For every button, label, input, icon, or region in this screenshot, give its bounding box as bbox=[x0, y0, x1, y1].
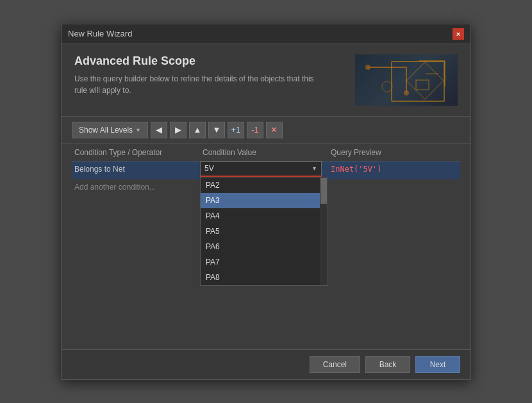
move-down-icon: ▼ bbox=[213, 125, 221, 135]
dropdown-item-pa6[interactable]: PA6 bbox=[201, 239, 328, 254]
show-levels-button[interactable]: Show All Levels ▼ bbox=[72, 122, 148, 138]
nav-prev-icon: ◀ bbox=[156, 125, 162, 135]
add-icon: +1 bbox=[231, 125, 241, 135]
toolbar: Show All Levels ▼ ◀ ▶ ▲ ▼ +1 -1 ✕ bbox=[62, 117, 470, 144]
close-button[interactable]: × bbox=[453, 28, 464, 40]
dialog: New Rule Wizard × Advanced Rule Scope Us… bbox=[61, 24, 471, 380]
svg-point-3 bbox=[404, 90, 409, 95]
col1-header: Condition Type / Operator bbox=[74, 148, 203, 157]
dropdown-item-pa7[interactable]: PA7 bbox=[201, 254, 328, 270]
svg-point-2 bbox=[365, 65, 370, 70]
header-title: Advanced Rule Scope bbox=[74, 54, 355, 68]
move-up-button[interactable]: ▲ bbox=[189, 122, 206, 138]
dropdown-item-pa2[interactable]: PA2 bbox=[201, 177, 328, 193]
col3-header: Query Preview bbox=[331, 148, 458, 157]
remove-condition-button[interactable]: -1 bbox=[247, 122, 263, 138]
nav-prev-button[interactable]: ◀ bbox=[151, 122, 167, 138]
header-text: Advanced Rule Scope Use the query builde… bbox=[74, 54, 355, 96]
add-condition-label: Add another condition... bbox=[72, 179, 200, 195]
clear-icon: ✕ bbox=[270, 125, 278, 135]
dialog-title: New Rule Wizard bbox=[68, 29, 132, 38]
dropdown-item-pa8[interactable]: PA8 bbox=[201, 270, 328, 285]
clear-button[interactable]: ✕ bbox=[266, 122, 283, 138]
pcb-decoration bbox=[355, 54, 458, 106]
condition-value-arrow-icon: ▼ bbox=[312, 165, 317, 172]
table-row: Belongs to Net 5V ▼ PA2 PA3 PA4 PA5 PA6 … bbox=[72, 161, 460, 179]
condition-value-container: 5V ▼ PA2 PA3 PA4 PA5 PA6 PA7 PA8 bbox=[200, 161, 328, 177]
dropdown-list: PA2 PA3 PA4 PA5 PA6 PA7 PA8 bbox=[200, 177, 328, 286]
nav-next-icon: ▶ bbox=[175, 125, 181, 135]
show-levels-label: Show All Levels bbox=[79, 126, 133, 135]
header-description: Use the query builder below to refine th… bbox=[74, 73, 318, 96]
condition-value-text: 5V bbox=[204, 164, 214, 173]
scrollbar-thumb bbox=[320, 178, 327, 204]
table-header: Condition Type / Operator Condition Valu… bbox=[72, 144, 460, 161]
dropdown-scrollbar[interactable] bbox=[320, 177, 328, 285]
move-down-button[interactable]: ▼ bbox=[208, 122, 225, 138]
col2-header: Condition Value bbox=[203, 148, 331, 157]
nav-next-button[interactable]: ▶ bbox=[170, 122, 187, 138]
add-condition-button[interactable]: +1 bbox=[228, 122, 244, 138]
main-content: Condition Type / Operator Condition Valu… bbox=[62, 144, 470, 349]
remove-icon: -1 bbox=[251, 125, 259, 135]
header-section: Advanced Rule Scope Use the query builde… bbox=[62, 44, 470, 117]
condition-value-dropdown[interactable]: 5V ▼ bbox=[200, 161, 322, 177]
svg-point-8 bbox=[382, 81, 392, 92]
title-bar: New Rule Wizard × bbox=[62, 24, 470, 44]
cancel-button[interactable]: Cancel bbox=[310, 356, 360, 373]
dropdown-item-pa4[interactable]: PA4 bbox=[201, 208, 328, 224]
next-button[interactable]: Next bbox=[415, 356, 460, 373]
show-levels-arrow-icon: ▼ bbox=[135, 127, 141, 133]
dropdown-item-pa3[interactable]: PA3 bbox=[201, 193, 328, 208]
query-preview: InNet('5V') bbox=[328, 161, 460, 177]
svg-rect-7 bbox=[416, 80, 429, 90]
condition-type-cell: Belongs to Net bbox=[72, 161, 200, 177]
dropdown-item-pa5[interactable]: PA5 bbox=[201, 224, 328, 239]
move-up-icon: ▲ bbox=[194, 125, 202, 135]
header-image bbox=[355, 54, 458, 106]
back-button[interactable]: Back bbox=[365, 356, 410, 373]
footer: Cancel Back Next bbox=[62, 349, 470, 379]
